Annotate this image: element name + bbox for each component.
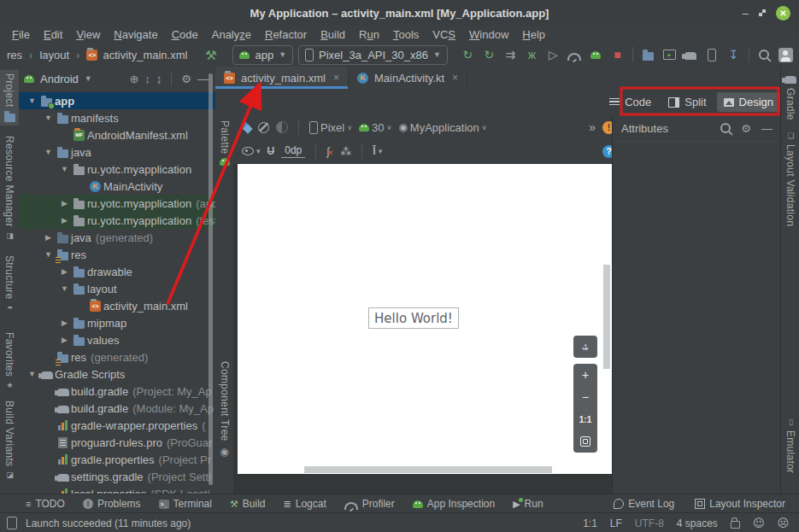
api-level-dropdown[interactable]: 30 ∨ xyxy=(359,121,391,134)
tree-chevron-down-icon[interactable]: ▼ xyxy=(58,284,71,293)
chevron-down-icon[interactable]: ▼ xyxy=(85,74,92,83)
strip-item-build-variants[interactable]: Build Variants◪ xyxy=(0,397,19,482)
menu-code[interactable]: Code xyxy=(165,27,205,42)
tool-window-button-event-log[interactable]: Event Log xyxy=(614,498,674,510)
device-file-explorer-icon[interactable] xyxy=(638,50,658,61)
tree-item[interactable]: ▼layout xyxy=(19,280,215,297)
search-icon[interactable] xyxy=(720,123,731,133)
autoconnect-icon[interactable]: U xyxy=(267,145,275,157)
infer-constraints-icon[interactable]: ⁂ xyxy=(340,145,351,158)
view-options-icon[interactable] xyxy=(242,147,254,155)
breadcrumb-res[interactable]: res xyxy=(7,49,22,61)
gradle-sync-icon[interactable] xyxy=(681,50,701,60)
tool-window-button-terminal[interactable]: Terminal xyxy=(159,498,212,510)
menu-navigate[interactable]: Navigate xyxy=(107,27,164,42)
tree-item[interactable]: gradle.properties(Project Pr xyxy=(19,451,215,468)
tree-chevron-down-icon[interactable]: ▼ xyxy=(42,250,55,259)
component-tree-tab[interactable]: Component Tree ◉ xyxy=(215,361,233,458)
tree-item[interactable]: ▶drawable xyxy=(19,263,215,280)
tree-item[interactable]: MainActivity xyxy=(19,178,215,195)
tree-item[interactable]: build.gradle(Project: My_Ap xyxy=(19,383,215,400)
profile-app-icon[interactable] xyxy=(586,51,606,59)
menu-tools[interactable]: Tools xyxy=(386,27,426,42)
default-margins-selector[interactable]: 0dp xyxy=(281,144,305,158)
breadcrumb-layout[interactable]: layout xyxy=(39,49,69,61)
tree-chevron-right-icon[interactable]: ▶ xyxy=(58,267,71,276)
tree-item[interactable]: ▶values xyxy=(19,331,215,348)
menu-view[interactable]: View xyxy=(69,27,107,42)
tool-window-button-build[interactable]: ⚒Build xyxy=(230,498,266,510)
overflow-icon[interactable]: » xyxy=(589,120,596,134)
device-manager-icon[interactable] xyxy=(702,49,722,61)
close-icon[interactable]: × xyxy=(452,72,458,84)
minimize-button[interactable]: – xyxy=(743,8,749,19)
tree-chevron-down-icon[interactable]: ▼ xyxy=(26,370,38,378)
tree-chevron-right-icon[interactable]: ▶ xyxy=(42,233,55,242)
pan-button[interactable] xyxy=(573,336,597,358)
menu-refactor[interactable]: Refactor xyxy=(258,27,314,42)
locate-icon[interactable]: ⊕ xyxy=(129,73,138,85)
menu-run[interactable]: Run xyxy=(352,27,386,42)
zoom-in-button[interactable]: + xyxy=(573,364,597,386)
menu-edit[interactable]: Edit xyxy=(37,27,69,42)
tree-item[interactable]: ▼manifests xyxy=(19,109,215,126)
gear-icon[interactable]: ⚙ xyxy=(181,73,191,85)
strip-item-emulator[interactable]: ▯Emulator xyxy=(781,414,799,476)
unlock-icon[interactable] xyxy=(731,521,740,529)
zoom-to-fit-button[interactable] xyxy=(573,430,597,453)
tool-window-button-problems[interactable]: Problems xyxy=(83,498,141,510)
tab-activity-main-xml[interactable]: activity_main.xml × xyxy=(215,67,349,89)
tree-item[interactable]: ▶ru.yotc.myapplication(androidTest) xyxy=(19,195,215,212)
expand-all-icon[interactable]: ↕ xyxy=(144,73,150,85)
tree-item[interactable]: settings.gradle(Project Setti xyxy=(19,468,215,485)
strip-item-structure[interactable]: Structure▪▪ xyxy=(0,252,19,315)
tree-item[interactable]: ▼Gradle Scripts xyxy=(19,365,215,383)
restart-app-icon[interactable]: ↻ xyxy=(458,49,478,61)
mode-button-design[interactable]: Design xyxy=(717,92,780,112)
orientation-icon[interactable] xyxy=(258,122,269,133)
status-item-utf-8[interactable]: UTF-8 xyxy=(635,517,664,529)
status-item-4-spaces[interactable]: 4 spaces xyxy=(677,517,718,529)
tree-item[interactable]: ▼java xyxy=(19,143,215,161)
tree-chevron-down-icon[interactable]: ▼ xyxy=(42,148,55,156)
tool-window-button-logcat[interactable]: ≣Logcat xyxy=(283,498,326,510)
device-dropdown[interactable]: Pixel ∨ xyxy=(309,121,352,134)
attach-debugger-icon[interactable]: ▷ xyxy=(543,49,563,61)
device-selector[interactable]: Pixel_3a_API_30_x86 ▼ xyxy=(298,45,448,65)
sad-face-icon[interactable]: ☹ xyxy=(777,517,789,529)
tree-item[interactable]: ▶ru.yotc.myapplication(test) xyxy=(19,212,215,229)
search-icon[interactable] xyxy=(755,50,774,60)
happy-face-icon[interactable]: ☺ xyxy=(753,517,765,529)
night-mode-icon[interactable] xyxy=(276,121,288,133)
status-message[interactable]: Launch succeeded (11 minutes ago) xyxy=(26,517,191,529)
clear-constraints-icon[interactable]: ∫✕ xyxy=(326,145,333,158)
stop-icon[interactable]: ■ xyxy=(608,49,627,61)
canvas-vertical-scrollbar[interactable] xyxy=(603,265,610,369)
menu-build[interactable]: Build xyxy=(314,27,352,42)
tool-window-button-profiler[interactable]: Profiler xyxy=(344,498,395,510)
mode-button-split[interactable]: Split xyxy=(661,92,713,112)
close-button[interactable]: ✕ xyxy=(776,6,790,20)
design-canvas[interactable]: Hello World! + − 1:1 xyxy=(238,164,612,474)
tree-item[interactable]: res(generated) xyxy=(19,348,215,365)
tree-item[interactable]: activity_main.xml xyxy=(19,297,215,314)
zoom-out-button[interactable]: − xyxy=(573,386,597,408)
gear-icon[interactable]: ⚙ xyxy=(741,122,751,135)
strip-item-resource-manager[interactable]: Resource Manager◨ xyxy=(0,132,19,243)
tool-window-button-app-inspection[interactable]: App Inspection xyxy=(413,498,495,510)
project-scrollbar[interactable] xyxy=(209,73,213,485)
strip-item-layout-validation[interactable]: ❏Layout Validation xyxy=(781,128,799,230)
run-configuration-selector[interactable]: app ▼ xyxy=(232,45,293,65)
tree-item[interactable]: proguard-rules.pro(ProGuar xyxy=(19,434,215,451)
tree-chevron-down-icon[interactable]: ▼ xyxy=(26,96,38,105)
theme-dropdown[interactable]: ◉ MyApplication ∨ xyxy=(398,121,486,134)
canvas-horizontal-scrollbar[interactable] xyxy=(304,466,552,473)
zoom-1-1-button[interactable]: 1:1 xyxy=(573,408,597,430)
tool-window-button-todo[interactable]: ≡TODO xyxy=(26,498,65,510)
tree-item[interactable]: ▶mipmap xyxy=(19,314,215,331)
tree-item[interactable]: gradle-wrapper.properties( xyxy=(19,417,215,434)
tree-chevron-right-icon[interactable]: ▶ xyxy=(58,216,71,225)
build-hammer-icon[interactable]: ⚒ xyxy=(201,49,220,61)
strip-item-favorites[interactable]: Favorites★ xyxy=(0,329,19,393)
tree-chevron-down-icon[interactable]: ▼ xyxy=(42,114,55,122)
